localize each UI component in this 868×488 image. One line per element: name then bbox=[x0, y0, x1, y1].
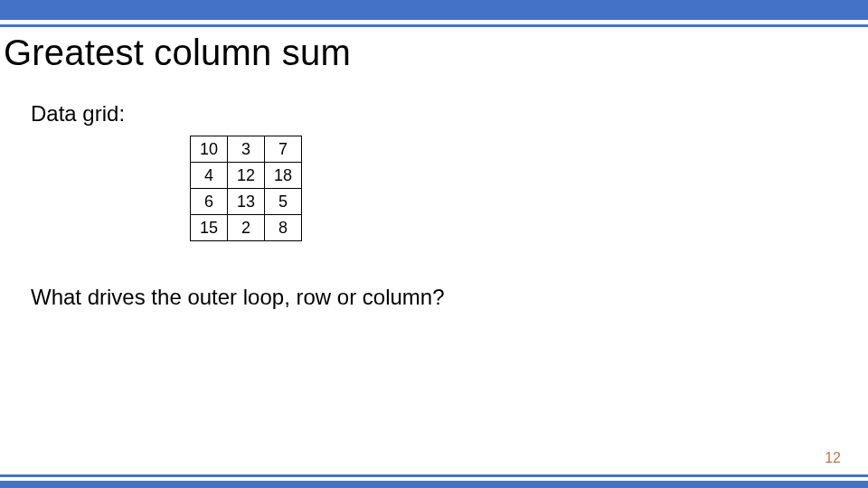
table-row: 6 13 5 bbox=[191, 189, 302, 215]
decor-top-bar-thick bbox=[0, 0, 868, 20]
slide: Greatest column sum Data grid: 10 3 7 4 … bbox=[0, 0, 868, 488]
cell: 12 bbox=[228, 163, 265, 189]
decor-bottom-bar-thick bbox=[0, 481, 868, 488]
slide-title: Greatest column sum bbox=[4, 33, 868, 72]
cell: 6 bbox=[191, 189, 228, 215]
data-grid: 10 3 7 4 12 18 6 13 5 15 2 8 bbox=[190, 136, 868, 241]
cell: 5 bbox=[265, 189, 302, 215]
cell: 2 bbox=[228, 215, 265, 241]
cell: 4 bbox=[191, 163, 228, 189]
cell: 7 bbox=[265, 136, 302, 163]
table-row: 15 2 8 bbox=[191, 215, 302, 241]
table-row: 10 3 7 bbox=[191, 136, 302, 163]
cell: 18 bbox=[265, 163, 302, 189]
page-number: 12 bbox=[825, 450, 841, 466]
cell: 13 bbox=[228, 189, 265, 215]
cell: 8 bbox=[265, 215, 302, 241]
cell: 15 bbox=[191, 215, 228, 241]
table-row: 4 12 18 bbox=[191, 163, 302, 189]
cell: 3 bbox=[228, 136, 265, 163]
data-grid-label: Data grid: bbox=[31, 101, 868, 127]
decor-top-bar-thin bbox=[0, 24, 868, 27]
question-text: What drives the outer loop, row or colum… bbox=[31, 285, 868, 310]
data-grid-table: 10 3 7 4 12 18 6 13 5 15 2 8 bbox=[190, 136, 302, 241]
cell: 10 bbox=[191, 136, 228, 163]
decor-bottom-bar-thin bbox=[0, 474, 868, 477]
